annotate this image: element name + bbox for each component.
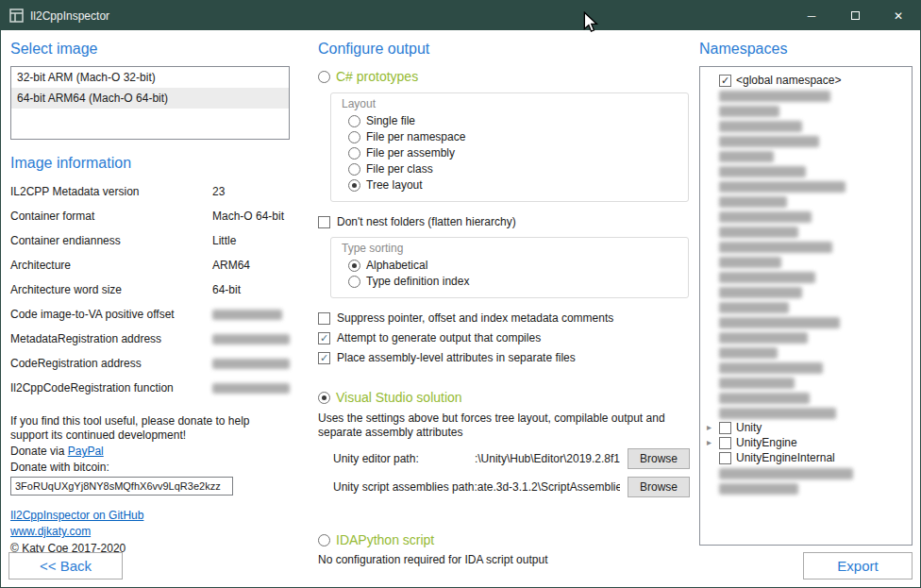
checkbox-icon	[318, 332, 330, 344]
namespace-item-redacted[interactable]	[705, 239, 908, 254]
checkbox-icon	[318, 312, 330, 325]
info-row-architecture-word-size: Architecture word size64-bit	[10, 283, 290, 308]
github-link[interactable]: Il2CppInspector on GitHub	[10, 509, 290, 522]
idapython-script-label: IDAPython script	[336, 532, 434, 547]
idapython-script-radio[interactable]: IDAPython script	[318, 531, 692, 548]
radio-file-per-namespace[interactable]: File per namespace	[348, 129, 680, 144]
image-list-item-32-bit-arm-mach-o-32-bit[interactable]: 32-bit ARM (Mach-O 32-bit)	[11, 67, 289, 88]
unity-editor-browse-button[interactable]: Browse	[628, 448, 690, 469]
namespace-item-unityengineinternal[interactable]: UnityEngineInternal	[705, 450, 908, 465]
unity-assemblies-path-row: Unity script assemblies path: ate.3d-3.1…	[333, 476, 690, 498]
csharp-prototypes-radio[interactable]: C# prototypes	[318, 68, 692, 85]
redacted-value	[212, 334, 290, 344]
csharp-prototypes-label: C# prototypes	[336, 69, 418, 84]
namespace-item-redacted[interactable]	[705, 178, 908, 193]
radio-icon	[318, 392, 330, 404]
checkbox-attempt-to-generate-output-that-compiles[interactable]: Attempt to generate output that compiles	[318, 330, 692, 345]
namespace-checkbox[interactable]	[719, 75, 731, 87]
radio-single-file[interactable]: Single file	[348, 113, 680, 128]
maximize-button[interactable]	[833, 1, 877, 30]
unity-editor-path-row: Unity editor path: :\Unity\Hub\Editor\20…	[333, 447, 690, 470]
unity-editor-path-value: :\Unity\Hub\Editor\2019.2.8f1	[419, 452, 620, 465]
expander-icon[interactable]: ▸	[705, 435, 719, 450]
back-button[interactable]: << Back	[8, 552, 123, 580]
namespace-item-redacted[interactable]	[705, 329, 908, 344]
info-value: 23	[212, 185, 290, 198]
namespace-item-redacted[interactable]	[705, 314, 908, 329]
redacted-namespace	[719, 181, 846, 193]
namespace-item-redacted[interactable]	[705, 163, 908, 178]
namespace-item-redacted[interactable]	[705, 209, 908, 224]
namespace-item-redacted[interactable]	[705, 88, 908, 103]
info-label: Il2CppCodeRegistration function	[10, 381, 212, 395]
export-button[interactable]: Export	[803, 552, 913, 580]
namespace-item-redacted[interactable]	[705, 254, 908, 269]
checkbox-label: Suppress pointer, offset and index metad…	[337, 311, 613, 325]
info-label: IL2CPP Metadata version	[10, 185, 212, 198]
namespace-item-redacted[interactable]	[705, 193, 908, 209]
redacted-namespace	[719, 362, 823, 374]
radio-file-per-assembly[interactable]: File per assembly	[348, 145, 680, 160]
info-row-coderegistration-address: CodeRegistration address	[10, 357, 290, 381]
namespace-item-redacted[interactable]	[705, 284, 908, 299]
checkbox-icon	[318, 216, 330, 228]
unity-assemblies-browse-button[interactable]: Browse	[628, 477, 690, 497]
type-sorting-group-title: Type sorting	[342, 242, 680, 255]
radio-type-definition-index[interactable]: Type definition index	[348, 274, 680, 289]
info-label: Architecture	[10, 259, 212, 272]
radio-file-per-class[interactable]: File per class	[348, 161, 680, 176]
image-listbox: 32-bit ARM (Mach-O 32-bit)64-bit ARM64 (…	[10, 66, 290, 140]
type-sorting-groupbox: Type sorting AlphabeticalType definition…	[330, 237, 689, 298]
option-label: Tree layout	[366, 178, 423, 192]
namespace-item-redacted[interactable]	[705, 405, 908, 420]
namespace-item-unity[interactable]: ▸Unity	[705, 420, 908, 435]
namespace-item-redacted[interactable]	[705, 375, 908, 390]
app-icon	[9, 8, 24, 23]
namespace-item-redacted[interactable]	[705, 360, 908, 375]
namespace-item-redacted[interactable]	[705, 103, 908, 118]
donate-via-prefix: Donate via	[10, 445, 68, 458]
checkbox-place-assembly-level-attributes-in-separate-files[interactable]: Place assembly-level attributes in separ…	[318, 350, 692, 365]
namespace-item-redacted[interactable]	[705, 390, 908, 405]
namespace-item-redacted[interactable]	[705, 269, 908, 284]
redacted-namespace	[719, 272, 815, 283]
bitcoin-address-input[interactable]	[10, 477, 233, 496]
info-row-container-format: Container formatMach-O 64-bit	[10, 210, 290, 234]
namespaces-header: Namespaces	[699, 41, 913, 58]
expander-icon[interactable]: ▸	[705, 420, 719, 435]
info-value: ARM64	[212, 259, 290, 272]
visual-studio-solution-radio[interactable]: Visual Studio solution	[318, 389, 692, 406]
info-label: Container format	[10, 210, 212, 223]
image-list-item-64-bit-arm64-mach-o-64-bit[interactable]: 64-bit ARM64 (Mach-O 64-bit)	[11, 88, 289, 109]
paypal-link[interactable]: PayPal	[68, 445, 104, 458]
redacted-value	[212, 310, 282, 320]
namespace-checkbox[interactable]	[719, 437, 731, 449]
namespace-item-redacted[interactable]	[705, 224, 908, 239]
close-button[interactable]: ✕	[877, 1, 920, 30]
namespace-item-redacted[interactable]	[705, 344, 908, 360]
minimize-button[interactable]: ─	[790, 1, 833, 30]
image-info-table: IL2CPP Metadata version23Container forma…	[10, 185, 290, 406]
namespace-item-redacted[interactable]	[705, 480, 908, 496]
info-label: Code image-to-VA positive offset	[10, 308, 212, 321]
namespace-item-redacted[interactable]	[705, 118, 908, 133]
namespace-item-redacted[interactable]	[705, 133, 908, 148]
namespace-item-redacted[interactable]	[705, 299, 908, 314]
configure-output-panel: Configure output C# prototypes Layout Si…	[318, 30, 692, 587]
namespace-checkbox[interactable]	[719, 422, 731, 434]
namespace-item-unityengine[interactable]: ▸UnityEngine	[705, 435, 908, 450]
flatten-hierarchy-checkbox[interactable]: Don't nest folders (flatten hierarchy)	[318, 214, 692, 229]
namespace-item-global-namespace[interactable]: <global namespace>	[705, 73, 908, 88]
option-label: Type definition index	[366, 275, 469, 288]
checkbox-suppress-pointer-offset-and-index-metadata-comments[interactable]: Suppress pointer, offset and index metad…	[318, 311, 692, 326]
website-link[interactable]: www.djkaty.com	[10, 525, 290, 538]
radio-tree-layout[interactable]: Tree layout	[348, 177, 680, 193]
redacted-namespace	[719, 302, 789, 313]
redacted-namespace	[719, 121, 802, 132]
namespace-checkbox[interactable]	[719, 452, 731, 464]
info-value: Mach-O 64-bit	[212, 210, 290, 223]
namespace-item-redacted[interactable]	[705, 148, 908, 163]
app-window: Il2CppInspector ─ ✕ Select image 32-bit …	[0, 0, 921, 588]
namespace-item-redacted[interactable]	[705, 465, 908, 480]
radio-alphabetical[interactable]: Alphabetical	[348, 258, 680, 273]
